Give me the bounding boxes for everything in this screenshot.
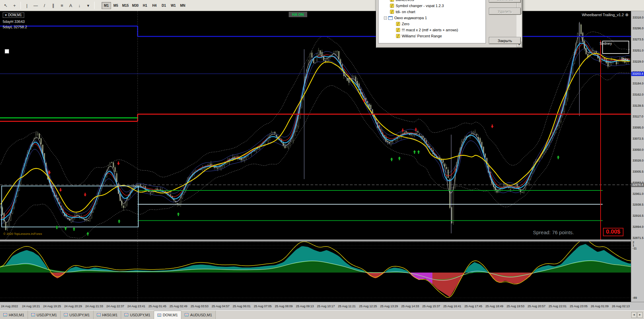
timeframe-m5-button[interactable]: M5 [111,2,120,9]
time-tick-label: 25 Aug 12:25 [359,305,377,308]
chart-tab-bar: HK50,M1USDJPY,M1USDJPY,M1HK50,M1USDJPY,M… [0,310,644,319]
indicator-list-item[interactable]: fBarkLevels [379,0,486,3]
cursor-tool-icon[interactable]: ↖ [2,1,10,9]
indicator-list-item[interactable]: fSymbol changer - vspat 1.2.3 [379,3,486,9]
main-chart[interactable]: ▾ DOW,M1 5dayH 33643 5dayL 32758.2 HA ON… [0,11,631,240]
tree-expander-icon[interactable]: - [384,16,387,20]
arrows-tool-icon[interactable]: ↓ [75,1,83,9]
chart-icon [31,313,35,316]
time-tick-label: 25 Aug 13:29 [380,305,398,308]
indicator-item-label: Symbol changer - vspat 1.2.3 [396,4,444,8]
copyright-label: © 2020 TopLessons.In/Forex [3,232,42,236]
time-tick-label: 25 Aug 08:09 [275,305,293,308]
chart-icon [157,314,161,317]
time-tick-label: 25 Aug 09:13 [296,305,314,308]
time-tick-label: 24 Aug 19:25 [43,305,61,308]
indicators-list-dialog: fBarkLevelsfSymbol changer - vspat 1.2.3… [376,0,523,48]
dialog-close-button[interactable]: Закрыть [489,37,521,44]
crosshair-tool-icon[interactable]: + [10,1,19,9]
price-tick-label: 33251.0 [633,49,644,52]
indicator-list-item[interactable]: ftdi- on chart [379,9,486,15]
time-tick-label: 25 Aug 22:01 [549,305,567,308]
indicator-list-item[interactable]: f!!! macd x 2 (mtf + alerts + arrows) [379,27,486,33]
fx-icon: f [390,0,394,2]
price-tick-label: 33072.5 [633,137,644,140]
time-tick-label: 25 Aug 02:49 [170,305,187,308]
indicator-window-icon [388,16,393,20]
five-day-high-label: 5dayH 33643 [3,20,25,24]
time-tick-label: 25 Aug 23:05 [570,305,587,308]
chart-tab-usdjpy-m1[interactable]: USDJPY,M1 [61,311,93,319]
price-tick-label: 32938.5 [633,203,644,206]
indicator-list-item[interactable]: fZero [379,21,486,27]
indicator-list-item[interactable]: -Окно индикатора 1 [379,15,486,21]
price-tick-label: 32871.5 [633,236,644,240]
ea-close-icon[interactable]: ⊗ [625,12,629,17]
tab-scroll-left-button[interactable]: ◄ [631,312,637,318]
price-tick-label: 33296.0 [633,27,644,30]
time-tick-label: 25 Aug 14:33 [401,305,419,308]
chart-tab-usdjpy-m1[interactable]: USDJPY,M1 [121,311,154,319]
chart-tab-dow-m1[interactable]: DOW,M1 [154,311,182,319]
indicator-item-label: Окно индикатора 1 [394,16,427,20]
time-tick-label: 24 Aug 2022 [1,305,18,308]
chart-tab-hk50-m1[interactable]: HK50,M1 [94,311,121,319]
fx-icon: f [396,34,400,38]
price-tick-label: 33139.5 [633,104,644,107]
text-tool-icon[interactable]: A [67,1,75,9]
indicator-item-label: Zero [402,22,409,26]
fibonacci-tool-icon[interactable]: ≡ [58,1,66,9]
toolbar: ↖+|—/∥≡A↓▾M1M5M15M30H1H4D1W1MN [0,0,644,11]
timeframe-w1-button[interactable]: W1 [169,2,178,9]
shapes-dropdown-tool-icon[interactable]: ▾ [84,1,92,9]
time-tick-label: 25 Aug 10:17 [317,305,335,308]
indicator-list-item[interactable]: fWilliams' Percent Range [379,33,486,39]
price-tick-label: 33318.0 [633,16,644,19]
chart-icon [97,313,101,316]
timeframe-mn-button[interactable]: MN [178,2,187,9]
tab-scroll-buttons: ◄► [631,311,644,319]
time-tick-label: 25 Aug 20:57 [528,305,545,308]
time-tick-label: 25 Aug 18:49 [486,305,503,308]
time-tick-label: 25 Aug 17:45 [464,305,482,308]
timeframe-h1-button[interactable]: H1 [140,2,150,9]
timeframe-h4-button[interactable]: H4 [150,2,159,9]
trendline-tool-icon[interactable]: / [40,1,48,9]
chart-tab-usdjpy-m1[interactable]: USDJPY,M1 [28,311,61,319]
vertical-line-tool-icon[interactable]: | [23,1,31,9]
price-chart-canvas[interactable] [0,11,631,240]
price-tick-label: 33117.0 [633,115,643,118]
timeframe-m15-button[interactable]: M15 [120,2,130,9]
heiken-ashi-toggle[interactable]: HA ON [289,12,307,17]
fx-icon: f [396,22,400,26]
toolbar-separator [21,2,21,9]
time-tick-label: 24 Aug 22:37 [106,305,124,308]
bid-price-box: 33203.4 [631,72,644,76]
chart-icon [64,313,68,316]
dashed-level-price-box: 32978.4 [631,183,644,187]
indicator-canvas[interactable] [0,242,631,301]
horizontal-line-tool-icon[interactable]: — [32,1,40,9]
price-tick-label: 33005.5 [633,170,644,173]
time-tick-label: 24 Aug 20:29 [64,305,82,308]
time-tick-label: 25 Aug 03:53 [190,305,208,308]
symbol-dropdown-icon: ▾ [5,13,7,17]
price-tick-label: 33028.0 [633,159,644,162]
timeframe-d1-button[interactable]: D1 [159,2,169,9]
price-tick-label: 33162.0 [633,93,644,96]
indicator-panel[interactable] [0,242,631,301]
equidistant-channel-tool-icon[interactable]: ∥ [49,1,57,9]
chart-tab-hk50-m1[interactable]: HK50,M1 [0,311,28,319]
chart-icon [185,313,188,316]
ea-checkbox[interactable] [5,49,9,54]
time-axis: 24 Aug 202224 Aug 18:2124 Aug 19:2524 Au… [0,302,644,310]
indicator-tick-label: -89 [633,296,637,299]
timeframe-m1-button[interactable]: M1 [102,2,111,9]
symbol-strip: ▾ DOW,M1 [3,12,24,18]
chart-tab-audusd-m1[interactable]: AUDUSD,M1 [181,311,216,319]
fx-icon: f [390,4,394,8]
indicator-item-label: !!! macd x 2 (mtf + alerts + arrows) [402,28,458,32]
tab-scroll-right-button[interactable]: ► [637,312,643,318]
timeframe-m30-button[interactable]: M30 [130,2,140,9]
time-tick-label: 26 Aug 01:09 [591,305,609,308]
